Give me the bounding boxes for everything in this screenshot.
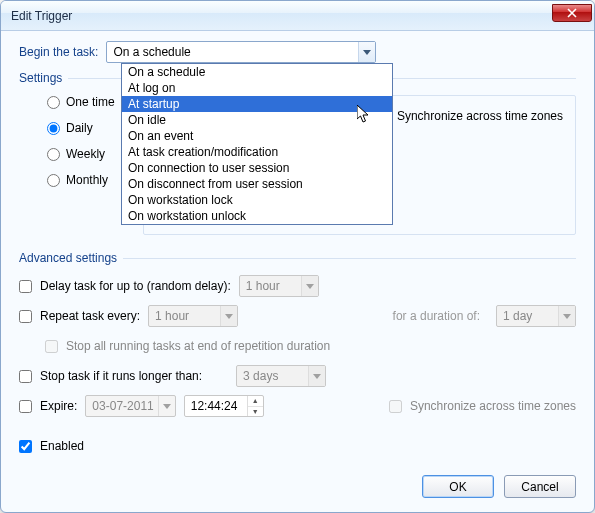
dropdown-option[interactable]: At task creation/modification xyxy=(122,144,392,160)
chevron-down-icon xyxy=(301,276,318,296)
delay-checkbox[interactable] xyxy=(19,280,32,293)
begin-task-combobox[interactable]: On a schedule xyxy=(106,41,376,63)
enabled-label: Enabled xyxy=(40,439,84,453)
delay-value-combobox[interactable]: 1 hour xyxy=(239,275,319,297)
dropdown-option[interactable]: At log on xyxy=(122,80,392,96)
dropdown-option[interactable]: At startup xyxy=(122,96,392,112)
expire-sync-checkbox: Synchronize across time zones xyxy=(389,395,576,417)
delay-label: Delay task for up to (random delay): xyxy=(40,279,231,293)
begin-task-dropdown-list[interactable]: On a scheduleAt log onAt startupOn idleO… xyxy=(121,63,393,225)
cancel-button[interactable]: Cancel xyxy=(504,475,576,498)
close-button[interactable] xyxy=(552,4,592,22)
duration-value-combobox[interactable]: 1 day xyxy=(496,305,576,327)
duration-label: for a duration of: xyxy=(393,309,480,323)
repeat-label: Repeat task every: xyxy=(40,309,140,323)
stop-if-label: Stop task if it runs longer than: xyxy=(40,369,202,383)
begin-task-label: Begin the task: xyxy=(19,45,98,59)
chevron-down-icon xyxy=(308,366,325,386)
stop-if-checkbox[interactable] xyxy=(19,370,32,383)
enabled-checkbox[interactable] xyxy=(19,440,32,453)
ok-button[interactable]: OK xyxy=(422,475,494,498)
chevron-down-icon xyxy=(220,306,237,326)
chevron-down-icon xyxy=(358,42,375,62)
window-title: Edit Trigger xyxy=(11,9,552,23)
dropdown-option[interactable]: On an event xyxy=(122,128,392,144)
expire-label: Expire: xyxy=(40,399,77,413)
spin-buttons[interactable]: ▲▼ xyxy=(247,396,263,416)
expire-time-picker[interactable]: 12:44:24 ▲▼ xyxy=(184,395,264,417)
titlebar: Edit Trigger xyxy=(1,1,594,31)
begin-task-value: On a schedule xyxy=(113,45,358,59)
dropdown-option[interactable]: On workstation unlock xyxy=(122,208,392,224)
sync-timezones-checkbox[interactable]: Synchronize across time zones xyxy=(371,106,563,125)
dropdown-option[interactable]: On connection to user session xyxy=(122,160,392,176)
stop-all-checkbox xyxy=(45,340,58,353)
expire-checkbox[interactable] xyxy=(19,400,32,413)
edit-trigger-dialog: Edit Trigger Begin the task: On a schedu… xyxy=(0,0,595,513)
close-icon xyxy=(567,8,577,18)
repeat-value-combobox[interactable]: 1 hour xyxy=(148,305,238,327)
calendar-icon xyxy=(158,396,175,416)
dropdown-option[interactable]: On a schedule xyxy=(122,64,392,80)
advanced-settings-heading: Advanced settings xyxy=(19,251,576,265)
expire-date-picker[interactable]: 03-07-2011 xyxy=(85,395,175,417)
dropdown-option[interactable]: On idle xyxy=(122,112,392,128)
repeat-checkbox[interactable] xyxy=(19,310,32,323)
stop-if-value-combobox[interactable]: 3 days xyxy=(236,365,326,387)
chevron-down-icon xyxy=(558,306,575,326)
dropdown-option[interactable]: On disconnect from user session xyxy=(122,176,392,192)
stop-all-label: Stop all running tasks at end of repetit… xyxy=(66,339,330,353)
dropdown-option[interactable]: On workstation lock xyxy=(122,192,392,208)
